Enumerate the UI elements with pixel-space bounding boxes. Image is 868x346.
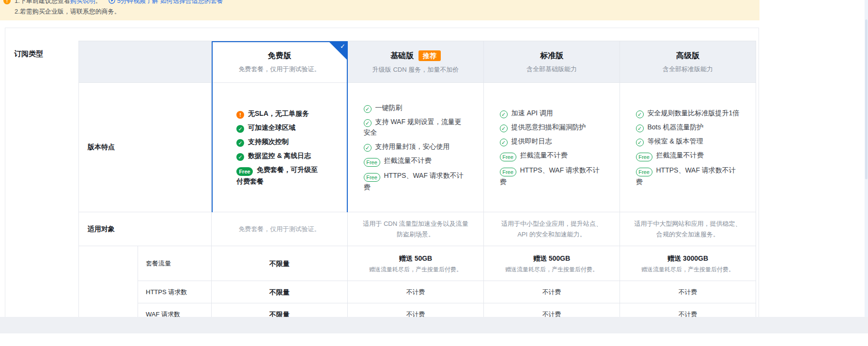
traffic-cell-premium: 赠送 3000GB赠送流量耗尽后，产生按量后付费。: [620, 246, 756, 281]
check-filled-icon: ✓: [236, 139, 244, 147]
warning-icon: !: [3, 0, 11, 4]
plan-name-standard: 标准版: [540, 51, 563, 61]
features-cell-premium: ✓安全规则数量比标准版提升1倍✓Bots 机器流量防护✓等候室 & 版本管理Fr…: [620, 83, 756, 212]
target-cell-basic: 适用于 CDN 流量型加速业务以及流量防盗刷场景。: [348, 212, 484, 246]
target-row-label: 适用对象: [88, 225, 115, 234]
check-outline-icon: ✓: [636, 139, 644, 146]
purchase-instructions-link[interactable]: 购买说明: [70, 0, 95, 4]
feature-item: ✓安全规则数量比标准版提升1倍: [636, 108, 740, 118]
target-cell-free: 免费套餐，仅用于测试验证。: [212, 212, 348, 246]
plan-header-standard[interactable]: 标准版 含全部基础版能力: [484, 41, 620, 83]
warning-filled-icon: !: [236, 111, 244, 119]
traffic-row-label: 套餐流量: [146, 259, 171, 268]
feature-item: ✓支持用量封顶，安心使用: [364, 141, 468, 152]
header-label-cell: [79, 41, 212, 83]
feature-item: ✓支持 WAF 规则设置，流量更安全: [364, 116, 468, 138]
waf-cell-basic: 不计费: [348, 303, 484, 317]
features-cell-free: !无SLA，无工单服务✓可加速全球区域✓支持频次控制✓数据监控 & 离线日志Fr…: [212, 83, 348, 212]
waf-row: WAF 请求数 不限量 不计费 不计费 不计费: [138, 303, 756, 317]
plan-header-premium[interactable]: 高级版 含全部标准版能力: [620, 41, 756, 83]
target-cell-premium: 适用于中大型网站和应用，提供稳定、合规的安全加速服务。: [620, 212, 756, 246]
feature-item: Free拦截流量不计费: [636, 150, 740, 161]
check-outline-icon: ✓: [636, 125, 644, 132]
notice-line1: 1.下单前建议您查看购买说明。5分钟视频了解 如何选择合适您的套餐: [15, 0, 760, 6]
feature-item: ✓Bots 机器流量防护: [636, 122, 740, 132]
feature-item: FreeHTTPS、WAF 请求数不计费: [500, 165, 604, 187]
plan-name-premium: 高级版: [676, 51, 699, 61]
waf-cell-premium: 不计费: [620, 303, 756, 317]
feature-item: Free拦截流量不计费: [500, 150, 604, 161]
feature-item: ✓数据监控 & 离线日志: [236, 150, 323, 161]
features-cell-basic: ✓一键防刷✓支持 WAF 规则设置，流量更安全✓支持用量封顶，安心使用Free拦…: [348, 83, 484, 212]
free-pill-icon: Free: [636, 153, 652, 161]
plan-comparison-table: ✓ 免费版 免费套餐，仅用于测试验证。 基础版推荐 升级版 CDN 服务，加量不…: [78, 41, 756, 317]
plan-subtitle-basic: 升级版 CDN 服务，加量不加价: [372, 66, 459, 74]
feature-item: ✓提供即时日志: [500, 136, 604, 146]
free-pill-icon: Free: [636, 168, 652, 176]
notice-line2: 2.若需购买企业版，请联系您的商务。: [15, 7, 760, 16]
check-outline-icon: ✓: [636, 110, 644, 118]
quota-rows: 套餐流量 不限量 赠送 50GB赠送流量耗尽后，产生按量后付费。 赠送 500G…: [79, 246, 756, 317]
video-guide-link[interactable]: 5分钟视频了解 如何选择合适您的套餐: [117, 0, 223, 4]
feature-item: ✓可加速全球区域: [236, 122, 323, 133]
feature-item: !无SLA，无工单服务: [236, 108, 323, 119]
horizontal-scrollbar-track[interactable]: [0, 317, 868, 333]
check-outline-icon: ✓: [500, 110, 508, 118]
check-outline-icon: ✓: [500, 125, 508, 132]
feature-item: ✓加速 API 调用: [500, 108, 604, 118]
https-cell-premium: 不计费: [620, 281, 756, 303]
https-cell-standard: 不计费: [484, 281, 620, 303]
free-pill-icon: Free: [364, 158, 380, 167]
feature-item: Free免费套餐，可升级至付费套餐: [236, 164, 323, 187]
features-row-label: 版本特点: [88, 143, 115, 152]
plan-name-basic: 基础版推荐: [390, 50, 441, 61]
check-filled-icon: ✓: [236, 125, 244, 133]
waf-cell-standard: 不计费: [484, 303, 620, 317]
notice-line1-suffix: 。: [95, 0, 102, 4]
feature-item: Free拦截流量不计费: [364, 155, 468, 167]
recommended-badge: 推荐: [418, 50, 441, 61]
traffic-cell-free: 不限量: [212, 246, 348, 281]
target-row: 适用对象 免费套餐，仅用于测试验证。 适用于 CDN 流量型加速业务以及流量防盗…: [79, 212, 756, 246]
plan-subtitle-standard: 含全部基础版能力: [527, 65, 577, 73]
feature-item: FreeHTTPS、WAF 请求数不计费: [636, 165, 740, 187]
traffic-row: 套餐流量 不限量 赠送 50GB赠送流量耗尽后，产生按量后付费。 赠送 500G…: [138, 246, 756, 281]
free-pill-icon: Free: [236, 167, 253, 176]
traffic-cell-basic: 赠送 50GB赠送流量耗尽后，产生按量后付费。: [348, 246, 484, 281]
check-outline-icon: ✓: [500, 139, 508, 146]
plan-subtitle-free: 免费套餐，仅用于测试验证。: [239, 65, 321, 73]
free-pill-icon: Free: [500, 168, 516, 176]
play-video-icon: [108, 0, 115, 4]
target-cell-standard: 适用于中小型企业应用，提升站点、API 的安全和加速能力。: [484, 212, 620, 246]
vertical-scrollbar-thumb[interactable]: [865, 19, 868, 179]
pricing-card: 订阅类型 ✓ 免费版 免费套餐，仅用于测试验证。 基础版推荐 升级版 CDN 服…: [5, 28, 759, 317]
notice-line1-text: 1.下单前建议您查看: [15, 0, 70, 4]
feature-item: ✓一键防刷: [364, 102, 468, 113]
free-pill-icon: Free: [500, 153, 516, 161]
plan-header-free[interactable]: 免费版 免费套餐，仅用于测试验证。: [212, 41, 348, 83]
waf-cell-free: 不限量: [212, 303, 348, 317]
feature-item: ✓支持频次控制: [236, 136, 323, 147]
waf-row-label: WAF 请求数: [146, 310, 180, 317]
quota-outer-label-cell: [79, 246, 138, 317]
traffic-cell-standard: 赠送 500GB赠送流量耗尽后，产生按量后付费。: [484, 246, 620, 281]
plan-name-free: 免费版: [268, 51, 291, 61]
https-row: HTTPS 请求数 不限量 不计费 不计费 不计费: [138, 281, 756, 303]
notice-bar: ! 1.下单前建议您查看购买说明。5分钟视频了解 如何选择合适您的套餐 2.若需…: [0, 0, 760, 20]
https-row-label: HTTPS 请求数: [146, 288, 187, 297]
subscription-type-label: 订阅类型: [14, 49, 43, 59]
check-outline-icon: ✓: [364, 144, 372, 152]
free-pill-icon: Free: [364, 173, 380, 182]
table-header-row: 免费版 免费套餐，仅用于测试验证。 基础版推荐 升级版 CDN 服务，加量不加价…: [79, 41, 756, 83]
feature-item: FreeHTTPS、WAF 请求数不计费: [364, 170, 468, 192]
check-outline-icon: ✓: [364, 119, 372, 127]
check-outline-icon: ✓: [364, 105, 372, 113]
check-filled-icon: ✓: [236, 153, 244, 161]
features-row: 版本特点 !无SLA，无工单服务✓可加速全球区域✓支持频次控制✓数据监控 & 离…: [79, 83, 756, 212]
plan-header-basic[interactable]: 基础版推荐 升级版 CDN 服务，加量不加价: [348, 41, 484, 83]
vertical-scrollbar-track[interactable]: [865, 0, 868, 317]
feature-item: ✓等候室 & 版本管理: [636, 136, 740, 146]
features-cell-standard: ✓加速 API 调用✓提供恶意扫描和漏洞防护✓提供即时日志Free拦截流量不计费…: [484, 83, 620, 212]
https-cell-free: 不限量: [212, 281, 348, 303]
feature-item: ✓提供恶意扫描和漏洞防护: [500, 122, 604, 132]
